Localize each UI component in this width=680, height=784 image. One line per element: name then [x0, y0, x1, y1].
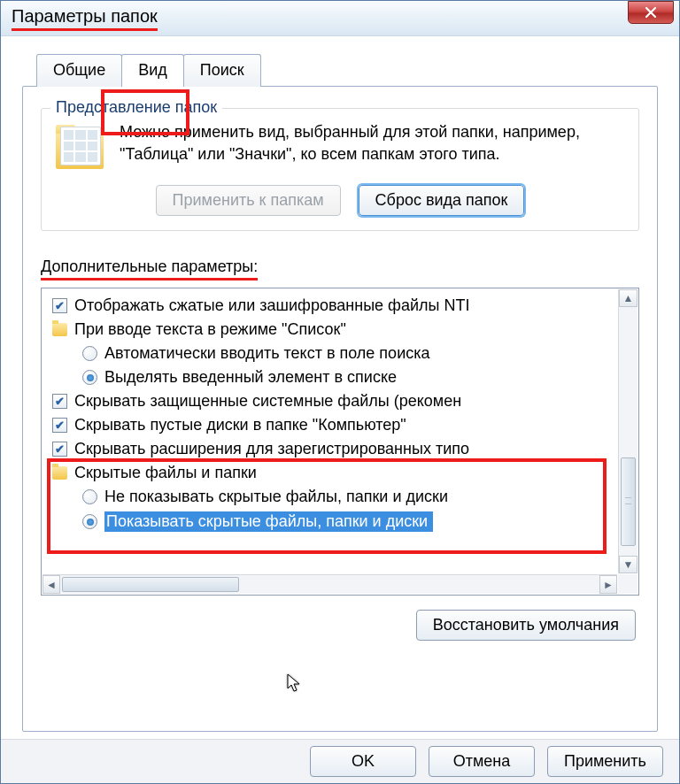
- dialog-footer: OK Отмена Применить: [1, 739, 679, 783]
- tree-item-label: Не показывать скрытые файлы, папки и дис…: [104, 488, 448, 506]
- tree-item-label: Выделять введенный элемент в списке: [104, 368, 397, 387]
- titlebar: Параметры папок: [1, 1, 679, 36]
- scroll-up-arrow-icon[interactable]: ▲: [619, 289, 638, 307]
- folder-view-group: Представление папок Можно применить вид,…: [41, 108, 639, 231]
- apply-to-folders-button: Применить к папкам: [156, 185, 341, 216]
- tree-item-hidden-files-group[interactable]: Скрытые файлы и папки: [49, 461, 612, 485]
- ok-button[interactable]: OK: [310, 746, 416, 777]
- tab-search[interactable]: Поиск: [183, 54, 261, 87]
- tree-item-label: При вводе текста в режиме "Список": [74, 320, 346, 339]
- dialog-body: Общие Вид Поиск Представление папок Можн…: [1, 36, 679, 739]
- scroll-left-arrow-icon[interactable]: ◄: [42, 575, 60, 594]
- tree-item-label: Скрывать защищенные системные файлы (рек…: [74, 392, 461, 411]
- tree-item-hide-protected[interactable]: Скрывать защищенные системные файлы (рек…: [49, 389, 612, 413]
- folder-icon: [52, 466, 67, 480]
- tree-item-label: Скрытые файлы и папки: [74, 464, 257, 482]
- scroll-thumb[interactable]: [62, 577, 239, 592]
- scroll-down-arrow-icon[interactable]: ▼: [619, 556, 638, 573]
- checkbox-icon[interactable]: [52, 442, 67, 457]
- tree-item-hide-extensions[interactable]: Скрывать расширения для зарегистрированн…: [49, 437, 612, 461]
- vertical-scrollbar[interactable]: ▲ ▼: [618, 289, 638, 573]
- folder-options-dialog: Параметры папок Общие Вид Поиск Представ…: [0, 0, 680, 784]
- tree-item-label: Отображать сжатые или зашифрованные файл…: [74, 296, 469, 315]
- checkbox-icon[interactable]: [52, 298, 67, 313]
- checkbox-icon[interactable]: [52, 418, 67, 433]
- tab-view[interactable]: Вид: [121, 54, 184, 87]
- restore-defaults-button[interactable]: Восстановить умолчания: [416, 610, 636, 641]
- scroll-right-arrow-icon[interactable]: ►: [599, 575, 617, 594]
- scroll-thumb[interactable]: [621, 457, 636, 546]
- checkbox-icon[interactable]: [52, 394, 67, 409]
- scroll-corner: [618, 574, 638, 594]
- tab-strip: Общие Вид Поиск: [36, 54, 658, 87]
- tab-general[interactable]: Общие: [36, 54, 122, 87]
- advanced-settings-tree[interactable]: Отображать сжатые или зашифрованные файл…: [41, 288, 639, 596]
- tree-item-auto-search[interactable]: Автоматически вводить текст в поле поиск…: [49, 342, 612, 365]
- advanced-settings-label: Дополнительные параметры:: [41, 257, 258, 281]
- reset-folders-button[interactable]: Сброс вида папок: [359, 185, 525, 216]
- folder-view-legend: Представление папок: [50, 98, 222, 117]
- folder-view-description: Можно применить вид, выбранный для этой …: [120, 121, 624, 165]
- close-icon: [645, 6, 657, 19]
- close-button[interactable]: [628, 1, 674, 24]
- radio-icon[interactable]: [82, 489, 97, 504]
- tree-item-dont-show-hidden[interactable]: Не показывать скрытые файлы, папки и дис…: [49, 485, 612, 509]
- radio-icon[interactable]: [82, 370, 97, 385]
- tree-item-label: Показывать скрытые файлы, папки и диски: [104, 511, 433, 532]
- radio-icon[interactable]: [82, 514, 97, 529]
- tree-item-show-hidden[interactable]: Показывать скрытые файлы, папки и диски: [49, 509, 612, 534]
- tree-item-label: Автоматически вводить текст в поле поиск…: [104, 344, 429, 363]
- tree-item-list-input[interactable]: При вводе текста в режиме "Список": [49, 318, 612, 342]
- tree-item-label: Скрывать расширения для зарегистрированн…: [74, 440, 469, 458]
- cursor-icon: [287, 673, 303, 695]
- tab-panel-view: Представление папок Можно применить вид,…: [22, 86, 658, 732]
- tree-item-compressed[interactable]: Отображать сжатые или зашифрованные файл…: [49, 294, 612, 318]
- tree-item-hide-empty-drives[interactable]: Скрывать пустые диски в папке "Компьютер…: [49, 413, 612, 437]
- apply-button[interactable]: Применить: [547, 746, 663, 777]
- cancel-button[interactable]: Отмена: [429, 746, 535, 777]
- folder-icon: [52, 323, 67, 336]
- radio-icon[interactable]: [82, 346, 97, 361]
- horizontal-scrollbar[interactable]: ◄ ►: [42, 574, 617, 594]
- folder-icon: [56, 125, 104, 173]
- tree-item-label: Скрывать пустые диски в папке "Компьютер…: [74, 416, 406, 434]
- tree-item-highlight-typed[interactable]: Выделять введенный элемент в списке: [49, 365, 612, 389]
- window-title: Параметры папок: [12, 6, 158, 31]
